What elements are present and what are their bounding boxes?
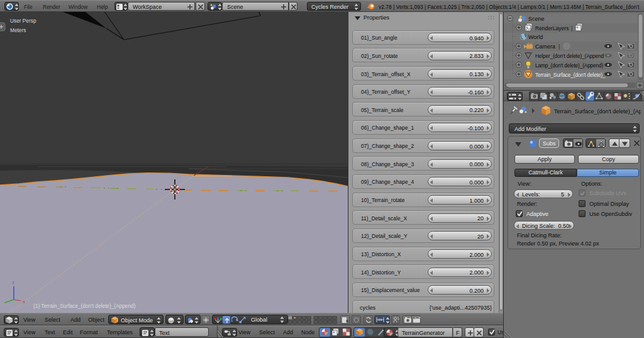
svg-text:Meters: Meters [10, 27, 26, 33]
svg-text:z: z [12, 279, 14, 285]
svg-text:x: x [23, 299, 25, 305]
svg-text:Scene: Scene [528, 16, 545, 22]
svg-text:Camera: Camera [535, 43, 555, 50]
svg-text:(1) Terrain_Surface_(don't del: (1) Terrain_Surface_(don't delete)_(Appe… [33, 303, 136, 309]
svg-text:|: | [558, 43, 560, 50]
svg-text:Helper_(don't delete)_(Append: Helper_(don't delete)_(Append [535, 53, 604, 59]
svg-text:Terrain_Surface_(don't delete): Terrain_Surface_(don't delete)_(App... [554, 108, 641, 115]
svg-text:Terrain_Surface_(don't delete): Terrain_Surface_(don't delete)_ [535, 72, 606, 78]
svg-text:RenderLayers: RenderLayers [535, 25, 569, 31]
svg-text:World: World [528, 34, 543, 40]
svg-text:User Persp: User Persp [10, 18, 36, 24]
svg-text:Lamp_(don't delete)_(Append): Lamp_(don't delete)_(Append) [535, 62, 603, 69]
svg-text:|: | [571, 25, 572, 31]
